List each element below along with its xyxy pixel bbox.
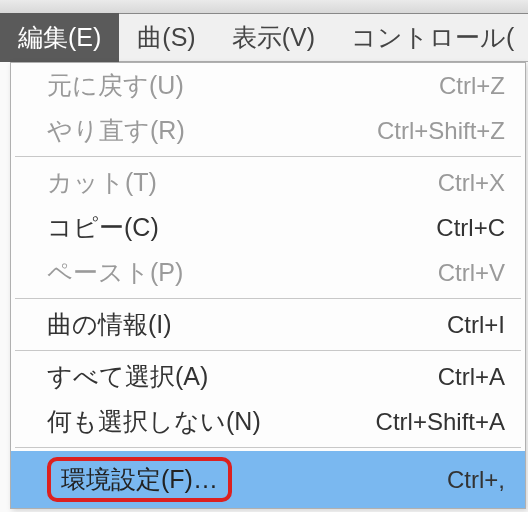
menu-separator bbox=[15, 350, 521, 351]
menubar-edit[interactable]: 編集(E) bbox=[0, 13, 119, 62]
edit-menu-dropdown: 元に戻す(U) Ctrl+Z やり直す(R) Ctrl+Shift+Z カット(… bbox=[10, 62, 526, 509]
menu-item-shortcut: Ctrl+C bbox=[436, 214, 505, 242]
menu-item-shortcut: Ctrl+Shift+A bbox=[376, 408, 505, 436]
menubar-view[interactable]: 表示(V) bbox=[214, 13, 333, 62]
window-titlebar bbox=[0, 0, 528, 14]
menu-separator bbox=[15, 298, 521, 299]
menu-item-shortcut: Ctrl+, bbox=[447, 466, 505, 494]
menu-item-label: コピー(C) bbox=[47, 211, 416, 244]
menu-item-paste[interactable]: ペースト(P) Ctrl+V bbox=[11, 250, 525, 295]
menubar: 編集(E) 曲(S) 表示(V) コントロール( bbox=[0, 14, 528, 62]
menu-separator bbox=[15, 447, 521, 448]
menu-item-label: ペースト(P) bbox=[47, 256, 418, 289]
menu-item-preferences[interactable]: 環境設定(F)… Ctrl+, bbox=[11, 451, 525, 508]
menu-item-copy[interactable]: コピー(C) Ctrl+C bbox=[11, 205, 525, 250]
menu-item-label: すべて選択(A) bbox=[47, 360, 418, 393]
menu-item-shortcut: Ctrl+I bbox=[447, 311, 505, 339]
menu-item-redo[interactable]: やり直す(R) Ctrl+Shift+Z bbox=[11, 108, 525, 153]
menu-item-label: 元に戻す(U) bbox=[47, 69, 419, 102]
menu-item-label: カット(T) bbox=[47, 166, 418, 199]
menu-item-label: 環境設定(F)… bbox=[47, 457, 427, 502]
menu-item-label: 曲の情報(I) bbox=[47, 308, 427, 341]
menu-item-label: やり直す(R) bbox=[47, 114, 357, 147]
menu-item-cut[interactable]: カット(T) Ctrl+X bbox=[11, 160, 525, 205]
menubar-control[interactable]: コントロール( bbox=[333, 13, 528, 62]
menu-item-shortcut: Ctrl+A bbox=[438, 363, 505, 391]
menu-item-selectall[interactable]: すべて選択(A) Ctrl+A bbox=[11, 354, 525, 399]
menu-item-shortcut: Ctrl+V bbox=[438, 259, 505, 287]
menu-item-shortcut: Ctrl+Z bbox=[439, 72, 505, 100]
menu-item-undo[interactable]: 元に戻す(U) Ctrl+Z bbox=[11, 63, 525, 108]
menu-item-selectnone[interactable]: 何も選択しない(N) Ctrl+Shift+A bbox=[11, 399, 525, 444]
menu-separator bbox=[15, 156, 521, 157]
highlight-box: 環境設定(F)… bbox=[47, 457, 232, 502]
menubar-song[interactable]: 曲(S) bbox=[119, 13, 213, 62]
menu-item-shortcut: Ctrl+Shift+Z bbox=[377, 117, 505, 145]
menu-item-label: 何も選択しない(N) bbox=[47, 405, 356, 438]
menu-item-shortcut: Ctrl+X bbox=[438, 169, 505, 197]
menu-item-songinfo[interactable]: 曲の情報(I) Ctrl+I bbox=[11, 302, 525, 347]
